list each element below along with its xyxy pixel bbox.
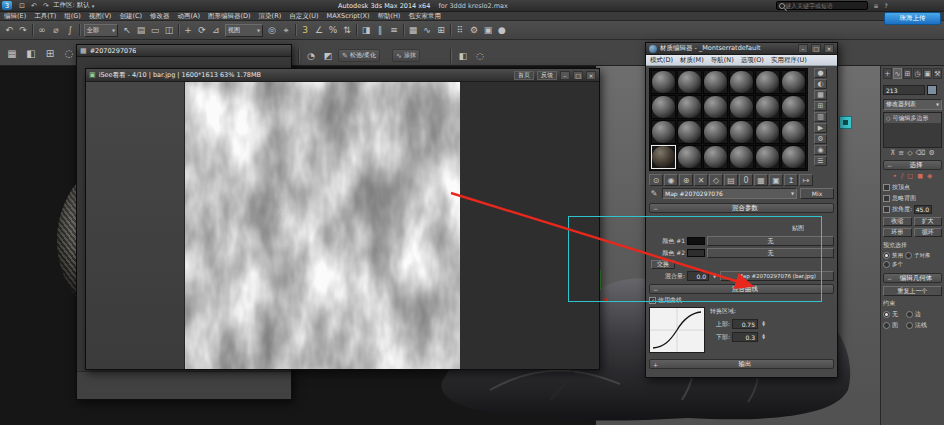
save-icon[interactable]: ⊡ xyxy=(17,2,27,10)
modifier-stack-item[interactable]: ○ 可编辑多边形 xyxy=(884,113,941,123)
select-and-rotate-icon[interactable]: ⟳ xyxy=(195,23,209,37)
spinner-snap-toggle-icon[interactable]: ⇅ xyxy=(340,23,354,37)
tab-hierarchy[interactable]: ⊞ xyxy=(903,68,912,79)
layer-manager-icon[interactable]: ≡ xyxy=(387,23,401,37)
assign-material-icon[interactable]: ⊕ xyxy=(679,174,693,186)
material-editor-minimize-button[interactable]: – xyxy=(798,44,808,53)
constraint-normal-radio[interactable] xyxy=(906,322,913,329)
stack-bulb-icon[interactable]: ○ xyxy=(886,115,890,121)
go-forward-sibling-icon[interactable]: ↦ xyxy=(799,174,813,186)
smudge-button[interactable]: ∿ 涂抹 xyxy=(392,49,420,62)
upper-spinner[interactable]: ▲ ▼ xyxy=(760,321,767,328)
reference-coordinate-dropdown[interactable]: 视图 ▼ xyxy=(225,24,263,37)
by-angle-checkbox[interactable] xyxy=(883,206,890,213)
select-and-scale-icon[interactable]: ⊿ xyxy=(209,23,223,37)
material-sample-slot[interactable] xyxy=(755,70,780,94)
edge-subobject-icon[interactable]: ∕ xyxy=(901,172,903,180)
isee-titlebar[interactable]: ▣ iSee看看 - 4/10 | bar.jpg | 1600*1613 63… xyxy=(86,69,599,82)
spinner-down-icon[interactable]: ▼ xyxy=(760,337,767,341)
constraint-edge-radio[interactable] xyxy=(906,311,913,318)
snaps-toggle-icon[interactable]: 3 xyxy=(298,23,312,37)
menu-graph-editors[interactable]: 图形编辑器(D) xyxy=(208,12,251,21)
select-by-material-icon[interactable]: ◉ xyxy=(814,145,827,155)
color1-map-button[interactable]: 无 xyxy=(707,236,834,246)
make-unique-stack-icon[interactable]: ◇ xyxy=(907,149,912,157)
material-sample-slot[interactable] xyxy=(755,120,780,144)
color2-map-button[interactable]: 无 xyxy=(707,248,834,258)
preview-disable-radio[interactable] xyxy=(883,252,890,259)
material-sample-slot[interactable] xyxy=(651,95,676,119)
percent-snap-toggle-icon[interactable]: % xyxy=(326,23,340,37)
lower-spinner[interactable]: ▲ ▼ xyxy=(760,334,767,341)
preview-subobject-radio[interactable] xyxy=(905,252,912,259)
use-pivot-center-icon[interactable]: ◎ xyxy=(265,23,279,37)
ring-button[interactable]: 环形 xyxy=(883,228,912,237)
menu-animation[interactable]: 动画(A) xyxy=(178,12,201,21)
ribbon-noise-brush-icon[interactable]: ◩ xyxy=(321,49,335,63)
polygon-subobject-icon[interactable]: ◼ xyxy=(917,172,923,180)
menu-edit[interactable]: 编辑(E) xyxy=(4,12,26,21)
rendered-frame-window-icon[interactable]: ▣ xyxy=(481,23,495,37)
configure-modifier-sets-icon[interactable]: ⚙ xyxy=(929,149,935,157)
infocenter-menu-icon[interactable]: ≡ xyxy=(872,2,880,9)
color1-swatch[interactable] xyxy=(687,237,705,245)
app-titlebar[interactable]: 3 ⊡ ↶ ↷ 工作区: 默认 ▾ Autodesk 3ds Max 2014 … xyxy=(0,0,944,12)
help-icon[interactable]: ? xyxy=(882,2,890,9)
modifier-list-dropdown[interactable]: 修改器列表 ▼ xyxy=(883,99,942,110)
material-sample-slot[interactable] xyxy=(729,120,754,144)
curve-editor-icon[interactable]: ∿ xyxy=(420,23,434,37)
mirror-icon[interactable]: ◨ xyxy=(359,23,373,37)
loop-button[interactable]: 循环 xyxy=(914,228,943,237)
sample-type-icon[interactable]: ● xyxy=(814,68,827,78)
material-sample-slot[interactable] xyxy=(651,70,676,94)
undo-icon[interactable]: ↶ xyxy=(2,23,16,37)
make-preview-icon[interactable]: ▶ xyxy=(814,123,827,133)
material-sample-slot[interactable] xyxy=(703,145,728,169)
menu-tools[interactable]: 工具(T) xyxy=(34,12,56,21)
menu-navigation[interactable]: 导航(N) xyxy=(711,56,734,65)
mix-curve-rollout-header[interactable]: − 混合曲线 xyxy=(649,284,834,294)
schematic-view-icon[interactable]: ⊞ xyxy=(434,23,448,37)
menu-material[interactable]: 材质(M) xyxy=(680,56,704,65)
ribbon-edit-geometry-icon[interactable]: ⊞ xyxy=(42,45,58,61)
ribbon-paint-deform-icon[interactable]: ◔ xyxy=(304,49,318,63)
material-type-button[interactable]: Mix xyxy=(800,188,834,199)
put-to-scene-icon[interactable]: ◉ xyxy=(664,174,678,186)
output-rollout-header[interactable]: + 输出 xyxy=(649,359,834,369)
mix-curve-graph[interactable] xyxy=(649,307,705,353)
spinner-down-icon[interactable]: ▼ xyxy=(760,324,767,328)
menu-options[interactable]: 选项(O) xyxy=(741,56,764,65)
rectangular-selection-region-icon[interactable]: ▭ xyxy=(148,23,162,37)
menu-help[interactable]: 帮助(H) xyxy=(377,12,400,21)
vertex-subobject-icon[interactable]: ∙ xyxy=(893,172,897,180)
shrink-button[interactable]: 收缩 xyxy=(883,217,912,226)
redo-quick-icon[interactable]: ↷ xyxy=(41,2,51,10)
ribbon-polygon-modeling-icon[interactable]: ▦ xyxy=(4,45,20,61)
material-name-dropdown[interactable]: Map #2070297076 ▼ xyxy=(662,188,797,199)
ribbon-tool-icon-1[interactable]: ◧ xyxy=(456,49,470,63)
use-curve-checkbox[interactable]: ✓ xyxy=(649,297,656,304)
menu-group[interactable]: 组(G) xyxy=(64,12,81,21)
menu-plugin[interactable]: 包安家常用 xyxy=(408,12,441,21)
select-and-manipulate-icon[interactable]: ⌖ xyxy=(279,23,293,37)
undo-quick-icon[interactable]: ↶ xyxy=(29,2,39,10)
menu-modifiers[interactable]: 修改器 xyxy=(150,12,170,21)
menu-create[interactable]: 创建(C) xyxy=(119,12,142,21)
mix-amount-value[interactable]: 0.0 xyxy=(687,271,709,281)
angle-snap-toggle-icon[interactable]: ∠ xyxy=(312,23,326,37)
workspace-selector[interactable]: 工作区: 默认 xyxy=(53,1,90,10)
show-end-result-stack-icon[interactable]: ≡ xyxy=(898,149,904,157)
menu-utilities[interactable]: 实用程序(U) xyxy=(771,56,807,65)
material-sample-slot[interactable] xyxy=(729,70,754,94)
menu-maxscript[interactable]: MAXScript(X) xyxy=(327,12,370,20)
search-input[interactable] xyxy=(785,2,861,9)
ribbon-tool-icon-2[interactable]: ◌ xyxy=(473,49,487,63)
material-sample-slot[interactable] xyxy=(677,95,702,119)
material-sample-slot[interactable] xyxy=(703,70,728,94)
isee-close-button[interactable]: × xyxy=(586,71,596,80)
object-name-field[interactable]: 213 xyxy=(883,85,925,95)
isee-minimize-button[interactable]: – xyxy=(560,71,570,80)
material-sample-slot[interactable] xyxy=(677,145,702,169)
selection-rollout-header[interactable]: − 选择 xyxy=(883,160,942,170)
pin-stack-icon[interactable]: ⊼ xyxy=(890,149,895,157)
